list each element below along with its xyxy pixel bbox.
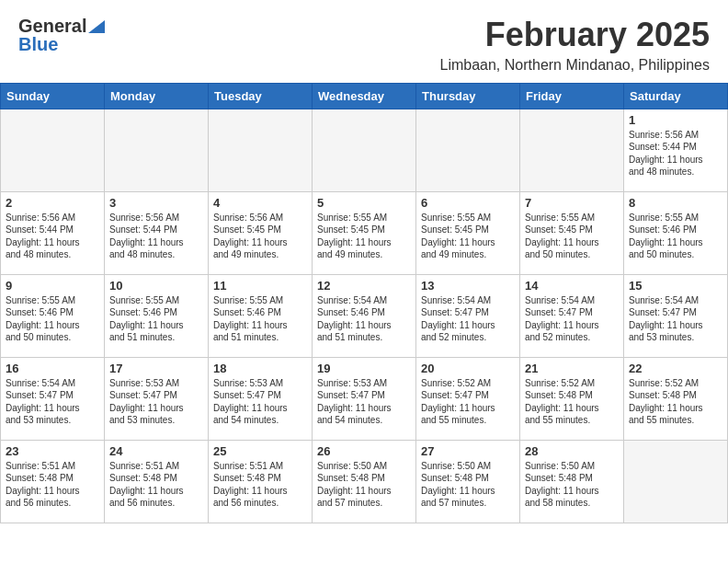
calendar-cell: 19Sunrise: 5:53 AM Sunset: 5:47 PM Dayli… bbox=[313, 357, 416, 440]
day-info: Sunrise: 5:52 AM Sunset: 5:48 PM Dayligh… bbox=[525, 377, 619, 427]
day-number: 8 bbox=[629, 196, 722, 210]
day-info: Sunrise: 5:55 AM Sunset: 5:46 PM Dayligh… bbox=[213, 294, 307, 344]
day-info: Sunrise: 5:54 AM Sunset: 5:47 PM Dayligh… bbox=[421, 294, 515, 344]
calendar-cell: 6Sunrise: 5:55 AM Sunset: 5:45 PM Daylig… bbox=[416, 191, 520, 274]
day-info: Sunrise: 5:54 AM Sunset: 5:47 PM Dayligh… bbox=[525, 294, 619, 344]
weekday-header-monday: Monday bbox=[105, 83, 209, 109]
day-number: 24 bbox=[109, 444, 203, 458]
day-info: Sunrise: 5:52 AM Sunset: 5:47 PM Dayligh… bbox=[421, 377, 515, 427]
day-info: Sunrise: 5:56 AM Sunset: 5:44 PM Dayligh… bbox=[6, 212, 99, 261]
day-number: 5 bbox=[317, 196, 411, 210]
weekday-header-sunday: Sunday bbox=[1, 83, 105, 109]
calendar-cell: 21Sunrise: 5:52 AM Sunset: 5:48 PM Dayli… bbox=[520, 357, 624, 440]
calendar-cell bbox=[105, 109, 209, 191]
calendar-cell: 15Sunrise: 5:54 AM Sunset: 5:47 PM Dayli… bbox=[624, 274, 728, 357]
calendar-week-row: 16Sunrise: 5:54 AM Sunset: 5:47 PM Dayli… bbox=[1, 357, 728, 440]
calendar-cell: 4Sunrise: 5:56 AM Sunset: 5:45 PM Daylig… bbox=[209, 191, 313, 274]
calendar-header-row: SundayMondayTuesdayWednesdayThursdayFrid… bbox=[1, 83, 728, 109]
calendar-week-row: 1Sunrise: 5:56 AM Sunset: 5:44 PM Daylig… bbox=[1, 109, 728, 191]
calendar-cell: 14Sunrise: 5:54 AM Sunset: 5:47 PM Dayli… bbox=[520, 274, 624, 357]
calendar-week-row: 9Sunrise: 5:55 AM Sunset: 5:46 PM Daylig… bbox=[1, 274, 728, 357]
day-number: 2 bbox=[6, 196, 99, 210]
day-info: Sunrise: 5:51 AM Sunset: 5:48 PM Dayligh… bbox=[213, 460, 307, 510]
calendar-cell: 16Sunrise: 5:54 AM Sunset: 5:47 PM Dayli… bbox=[1, 357, 105, 440]
calendar-cell: 10Sunrise: 5:55 AM Sunset: 5:46 PM Dayli… bbox=[105, 274, 209, 357]
day-info: Sunrise: 5:50 AM Sunset: 5:48 PM Dayligh… bbox=[317, 460, 411, 510]
day-info: Sunrise: 5:54 AM Sunset: 5:47 PM Dayligh… bbox=[629, 294, 722, 344]
day-number: 9 bbox=[6, 279, 99, 293]
day-number: 17 bbox=[109, 362, 203, 375]
day-info: Sunrise: 5:56 AM Sunset: 5:44 PM Dayligh… bbox=[109, 212, 203, 261]
calendar-cell: 17Sunrise: 5:53 AM Sunset: 5:47 PM Dayli… bbox=[105, 357, 209, 440]
day-number: 1 bbox=[629, 113, 722, 127]
page-header: General Blue February 2025 Limbaan, Nort… bbox=[0, 0, 728, 83]
day-info: Sunrise: 5:50 AM Sunset: 5:48 PM Dayligh… bbox=[525, 460, 619, 510]
day-number: 19 bbox=[317, 362, 411, 375]
day-number: 26 bbox=[317, 444, 411, 458]
calendar-cell bbox=[313, 109, 416, 191]
logo-general-text: General bbox=[18, 17, 86, 35]
day-number: 12 bbox=[317, 279, 411, 293]
day-info: Sunrise: 5:55 AM Sunset: 5:45 PM Dayligh… bbox=[525, 212, 619, 261]
day-number: 18 bbox=[213, 362, 307, 375]
day-info: Sunrise: 5:56 AM Sunset: 5:45 PM Dayligh… bbox=[213, 212, 307, 261]
day-number: 10 bbox=[109, 279, 203, 293]
day-info: Sunrise: 5:55 AM Sunset: 5:45 PM Dayligh… bbox=[317, 212, 411, 261]
calendar-cell: 26Sunrise: 5:50 AM Sunset: 5:48 PM Dayli… bbox=[313, 440, 416, 523]
svg-marker-0 bbox=[88, 20, 105, 33]
day-number: 6 bbox=[421, 196, 515, 210]
calendar-cell: 12Sunrise: 5:54 AM Sunset: 5:46 PM Dayli… bbox=[313, 274, 416, 357]
calendar-cell: 5Sunrise: 5:55 AM Sunset: 5:45 PM Daylig… bbox=[313, 191, 416, 274]
month-year-title: February 2025 bbox=[439, 17, 710, 53]
day-number: 4 bbox=[213, 196, 307, 210]
calendar-cell: 24Sunrise: 5:51 AM Sunset: 5:48 PM Dayli… bbox=[105, 440, 209, 523]
calendar-cell: 11Sunrise: 5:55 AM Sunset: 5:46 PM Dayli… bbox=[209, 274, 313, 357]
calendar-cell: 8Sunrise: 5:55 AM Sunset: 5:46 PM Daylig… bbox=[624, 191, 728, 274]
calendar-cell: 18Sunrise: 5:53 AM Sunset: 5:47 PM Dayli… bbox=[209, 357, 313, 440]
calendar-cell: 23Sunrise: 5:51 AM Sunset: 5:48 PM Dayli… bbox=[1, 440, 105, 523]
calendar-cell: 27Sunrise: 5:50 AM Sunset: 5:48 PM Dayli… bbox=[416, 440, 520, 523]
day-info: Sunrise: 5:56 AM Sunset: 5:44 PM Dayligh… bbox=[629, 129, 722, 178]
day-number: 25 bbox=[213, 444, 307, 458]
day-number: 14 bbox=[525, 279, 619, 293]
calendar-cell: 7Sunrise: 5:55 AM Sunset: 5:45 PM Daylig… bbox=[520, 191, 624, 274]
day-info: Sunrise: 5:55 AM Sunset: 5:46 PM Dayligh… bbox=[6, 294, 99, 344]
logo: General Blue bbox=[18, 17, 105, 54]
weekday-header-tuesday: Tuesday bbox=[209, 83, 313, 109]
weekday-header-saturday: Saturday bbox=[624, 83, 728, 109]
calendar-cell: 2Sunrise: 5:56 AM Sunset: 5:44 PM Daylig… bbox=[1, 191, 105, 274]
calendar-cell: 25Sunrise: 5:51 AM Sunset: 5:48 PM Dayli… bbox=[209, 440, 313, 523]
day-info: Sunrise: 5:50 AM Sunset: 5:48 PM Dayligh… bbox=[421, 460, 515, 510]
calendar-table: SundayMondayTuesdayWednesdayThursdayFrid… bbox=[0, 83, 728, 523]
day-number: 16 bbox=[6, 362, 99, 375]
title-section: February 2025 Limbaan, Northern Mindanao… bbox=[439, 17, 710, 74]
day-number: 22 bbox=[629, 362, 722, 375]
day-info: Sunrise: 5:55 AM Sunset: 5:45 PM Dayligh… bbox=[421, 212, 515, 261]
day-number: 20 bbox=[421, 362, 515, 375]
day-number: 13 bbox=[421, 279, 515, 293]
calendar-cell: 28Sunrise: 5:50 AM Sunset: 5:48 PM Dayli… bbox=[520, 440, 624, 523]
day-info: Sunrise: 5:51 AM Sunset: 5:48 PM Dayligh… bbox=[6, 460, 99, 510]
day-info: Sunrise: 5:51 AM Sunset: 5:48 PM Dayligh… bbox=[109, 460, 203, 510]
calendar-cell: 1Sunrise: 5:56 AM Sunset: 5:44 PM Daylig… bbox=[624, 109, 728, 191]
calendar-cell: 20Sunrise: 5:52 AM Sunset: 5:47 PM Dayli… bbox=[416, 357, 520, 440]
day-number: 15 bbox=[629, 279, 722, 293]
calendar-cell bbox=[624, 440, 728, 523]
day-number: 27 bbox=[421, 444, 515, 458]
calendar-cell bbox=[209, 109, 313, 191]
day-info: Sunrise: 5:53 AM Sunset: 5:47 PM Dayligh… bbox=[213, 377, 307, 427]
calendar-cell bbox=[1, 109, 105, 191]
weekday-header-friday: Friday bbox=[520, 83, 624, 109]
day-number: 21 bbox=[525, 362, 619, 375]
calendar-cell: 22Sunrise: 5:52 AM Sunset: 5:48 PM Dayli… bbox=[624, 357, 728, 440]
calendar-cell bbox=[520, 109, 624, 191]
calendar-cell: 3Sunrise: 5:56 AM Sunset: 5:44 PM Daylig… bbox=[105, 191, 209, 274]
day-number: 7 bbox=[525, 196, 619, 210]
location-subtitle: Limbaan, Northern Mindanao, Philippines bbox=[439, 57, 710, 74]
calendar-cell: 9Sunrise: 5:55 AM Sunset: 5:46 PM Daylig… bbox=[1, 274, 105, 357]
logo-icon bbox=[88, 17, 105, 33]
calendar-cell bbox=[416, 109, 520, 191]
day-info: Sunrise: 5:53 AM Sunset: 5:47 PM Dayligh… bbox=[317, 377, 411, 427]
calendar-week-row: 2Sunrise: 5:56 AM Sunset: 5:44 PM Daylig… bbox=[1, 191, 728, 274]
day-info: Sunrise: 5:53 AM Sunset: 5:47 PM Dayligh… bbox=[109, 377, 203, 427]
